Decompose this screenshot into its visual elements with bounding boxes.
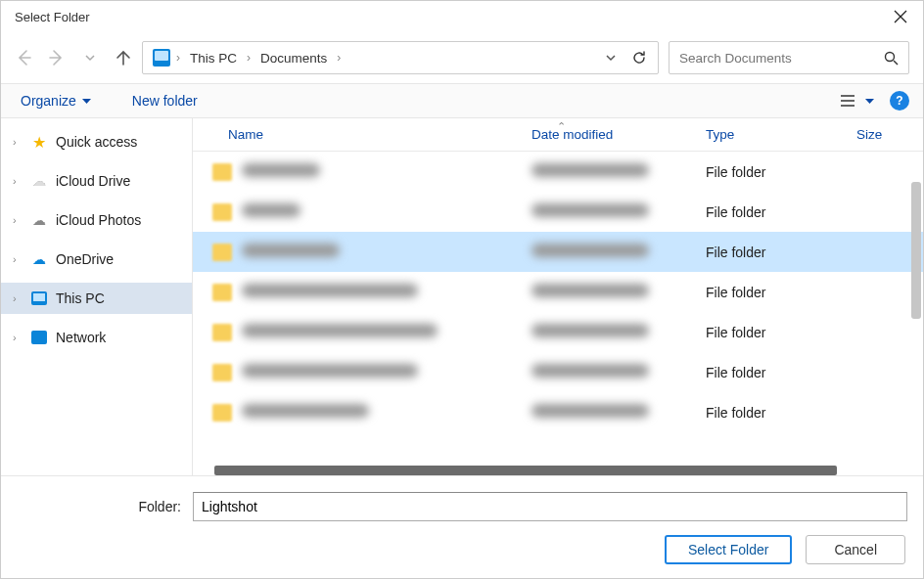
folder-name — [242, 244, 531, 261]
searchbox[interactable] — [669, 41, 909, 74]
cloud-icon: ☁ — [30, 172, 48, 190]
folder-type: File folder — [706, 164, 856, 180]
folder-date — [531, 244, 706, 261]
sidebar-item-network[interactable]: › Network — [1, 322, 192, 353]
folder-date — [531, 324, 706, 341]
up-button[interactable] — [115, 49, 132, 67]
organize-menu[interactable]: Organize — [21, 93, 91, 109]
expand-icon: › — [13, 136, 23, 148]
breadcrumb-sep: › — [176, 51, 180, 65]
breadcrumb-documents[interactable]: Documents — [256, 51, 331, 66]
sidebar-item-label: This PC — [56, 290, 105, 306]
col-size[interactable]: Size — [856, 127, 915, 142]
folder-row[interactable]: File folder — [193, 152, 923, 192]
help-button[interactable]: ? — [890, 91, 909, 111]
arrow-right-icon — [48, 49, 66, 67]
folder-date — [531, 404, 706, 422]
folder-icon — [212, 364, 232, 381]
arrow-up-icon — [115, 49, 132, 67]
folder-date — [531, 364, 706, 381]
refresh-button[interactable] — [626, 50, 652, 66]
folder-name — [242, 364, 531, 381]
vertical-scrollbar[interactable] — [909, 153, 923, 446]
folder-row[interactable]: File folder — [193, 352, 923, 392]
folder-date — [531, 203, 706, 221]
refresh-icon — [631, 50, 647, 66]
folder-icon — [212, 244, 232, 261]
network-icon — [30, 329, 48, 346]
cancel-button[interactable]: Cancel — [806, 535, 905, 564]
cloud-photos-icon: ☁ — [30, 211, 48, 229]
star-icon: ★ — [30, 133, 48, 151]
back-button[interactable] — [15, 49, 32, 67]
sidebar-item-onedrive[interactable]: › ☁ OneDrive — [1, 244, 192, 275]
pc-icon — [153, 49, 170, 67]
sidebar-item-label: iCloud Photos — [56, 212, 141, 228]
file-list-pane: ⌃ Name Date modified Type Size File fold… — [193, 118, 923, 475]
expand-icon: › — [13, 332, 23, 343]
folder-row[interactable]: File folder — [193, 312, 923, 352]
footer: Folder: Select Folder Cancel — [1, 475, 923, 578]
sidebar: › ★ Quick access › ☁ iCloud Drive › ☁ iC… — [1, 118, 193, 475]
expand-icon: › — [13, 292, 23, 304]
nav-arrows — [15, 49, 132, 67]
chevron-down-icon — [605, 52, 617, 64]
folder-type: File folder — [706, 285, 856, 300]
sidebar-item-iclouddrive[interactable]: › ☁ iCloud Drive — [1, 165, 192, 197]
breadcrumb-sep: › — [337, 51, 341, 65]
arrow-left-icon — [15, 49, 32, 67]
onedrive-icon: ☁ — [30, 250, 48, 268]
expand-icon: › — [13, 253, 23, 265]
folder-type: File folder — [706, 204, 856, 220]
folder-icon — [212, 404, 232, 422]
folder-type: File folder — [706, 405, 856, 421]
new-folder-button[interactable]: New folder — [132, 93, 198, 109]
navbar: › This PC › Documents › — [1, 32, 923, 83]
search-input[interactable] — [679, 51, 884, 66]
folder-row[interactable]: File folder — [193, 192, 923, 232]
addressbar[interactable]: › This PC › Documents › — [142, 41, 659, 74]
rows-container: File folder File folder File folder — [193, 152, 923, 475]
folder-icon — [212, 324, 232, 341]
sidebar-item-thispc[interactable]: › This PC — [1, 283, 192, 314]
sidebar-item-label: Network — [56, 330, 106, 345]
titlebar: Select Folder — [1, 1, 923, 32]
window-title: Select Folder — [15, 10, 890, 24]
sidebar-item-label: Quick access — [56, 134, 137, 150]
select-folder-dialog: Select Folder › This PC › Document — [0, 0, 924, 579]
address-dropdown[interactable] — [601, 52, 621, 64]
recent-dropdown[interactable] — [81, 49, 99, 67]
folder-row[interactable]: File folder — [193, 232, 923, 272]
close-icon — [894, 10, 907, 23]
expand-icon: › — [13, 214, 23, 226]
folder-date — [531, 163, 706, 181]
col-name[interactable]: Name — [228, 127, 531, 142]
folder-icon — [212, 203, 232, 221]
sort-indicator-icon: ⌃ — [557, 120, 566, 133]
folder-icon — [212, 163, 232, 181]
folder-type: File folder — [706, 325, 856, 340]
sidebar-item-icloudphotos[interactable]: › ☁ iCloud Photos — [1, 204, 192, 236]
sidebar-item-label: OneDrive — [56, 251, 114, 267]
folder-name — [242, 163, 531, 181]
svg-point-0 — [886, 52, 895, 61]
breadcrumb-thispc[interactable]: This PC — [186, 51, 241, 66]
folder-name — [242, 284, 531, 301]
scroll-thumb[interactable] — [911, 182, 921, 319]
horizontal-scrollbar[interactable] — [214, 466, 837, 475]
sidebar-item-quickaccess[interactable]: › ★ Quick access — [1, 126, 192, 157]
sidebar-item-label: iCloud Drive — [56, 173, 130, 189]
folder-type: File folder — [706, 245, 856, 260]
col-type[interactable]: Type — [706, 127, 856, 142]
folder-input[interactable] — [193, 492, 907, 521]
breadcrumb-sep: › — [247, 51, 251, 65]
folder-row[interactable]: File folder — [193, 272, 923, 312]
select-folder-button[interactable]: Select Folder — [665, 535, 792, 564]
view-menu[interactable] — [840, 94, 874, 108]
close-button[interactable] — [890, 6, 911, 27]
folder-row[interactable]: File folder — [193, 392, 923, 432]
button-row: Select Folder Cancel — [1, 535, 907, 564]
forward-button[interactable] — [48, 49, 66, 67]
folder-date — [531, 284, 706, 301]
folder-label: Folder: — [1, 499, 193, 514]
